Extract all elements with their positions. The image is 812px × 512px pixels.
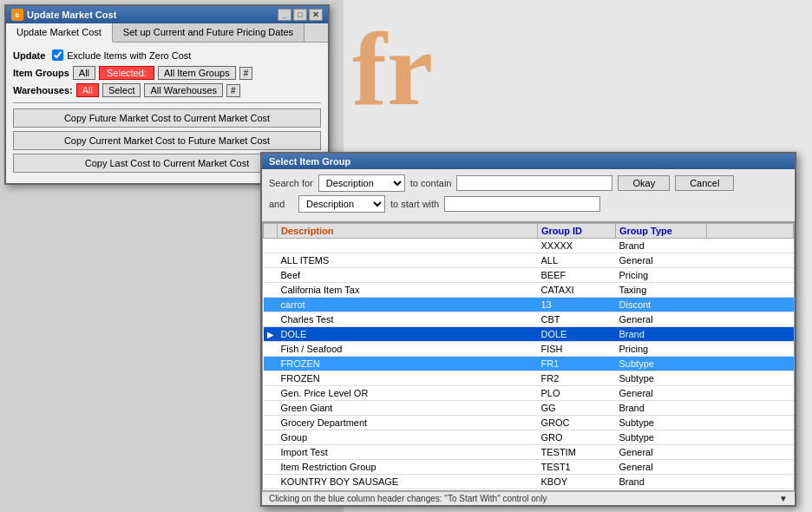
- row-group-type: Subtype: [616, 430, 707, 445]
- row-group-type: General: [616, 460, 707, 475]
- cancel-button[interactable]: Cancel: [675, 175, 734, 191]
- row-arrow: [264, 268, 278, 283]
- row-arrow: [264, 460, 278, 475]
- maximize-button[interactable]: □: [293, 9, 307, 21]
- item-groups-row: Item Groups All Selected: All Item Group…: [13, 66, 321, 80]
- table-row[interactable]: ▶DOLEDOLEBrand: [264, 327, 794, 342]
- table-row[interactable]: KOUNTRY BOY SAUSAGEKBOYBrand: [264, 475, 794, 489]
- table-row[interactable]: GroupGROSubtype: [264, 430, 794, 445]
- all-button[interactable]: All: [73, 66, 95, 80]
- scrollbar-indicator: ▼: [779, 494, 788, 503]
- col-groupid-header[interactable]: Group ID: [538, 224, 616, 239]
- row-group-id: TESTIM: [538, 445, 616, 460]
- row-group-type: Subtype: [616, 416, 707, 430]
- search-area: Search for Description to contain Okay C…: [262, 169, 795, 222]
- col-arrow-header: [264, 224, 278, 239]
- row-extra: [707, 430, 794, 445]
- table-container[interactable]: Description Group ID Group Type XXXXXBra…: [262, 222, 795, 491]
- select-item-group-window: Select Item Group Search for Description…: [260, 152, 796, 507]
- row-group-type: Discont: [616, 298, 707, 312]
- search-field-1-select[interactable]: Description: [318, 174, 405, 192]
- col-description-header[interactable]: Description: [278, 224, 538, 239]
- table-row[interactable]: LOUSIANA TAX TESTINGLOUISITaxing: [264, 489, 794, 492]
- row-arrow: [264, 342, 278, 357]
- tag-button1[interactable]: #: [239, 67, 253, 80]
- row-group-type: General: [616, 386, 707, 401]
- row-description: Group: [278, 430, 538, 445]
- row-group-id: CATAXI: [538, 283, 616, 298]
- close-button[interactable]: ✕: [309, 9, 323, 21]
- row-group-id: PLO: [538, 386, 616, 401]
- row-description: Charles Test: [278, 312, 538, 327]
- row-group-id: KBOY: [538, 475, 616, 489]
- row-extra: [707, 283, 794, 298]
- warehouses-all-button[interactable]: All: [76, 83, 99, 97]
- all-item-groups-button[interactable]: All Item Groups: [158, 66, 236, 80]
- row-group-id: TEST1: [538, 460, 616, 475]
- search-start-input[interactable]: [444, 196, 600, 212]
- table-row[interactable]: ALL ITEMSALLGeneral: [264, 253, 794, 268]
- table-row[interactable]: BeefBEEFPricing: [264, 268, 794, 283]
- tag-button2[interactable]: #: [226, 84, 240, 97]
- table-row[interactable]: Import TestTESTIMGeneral: [264, 445, 794, 460]
- table-row[interactable]: California Item TaxCATAXITaxing: [264, 283, 794, 298]
- row-group-type: Brand: [616, 327, 707, 342]
- row-group-type: Subtype: [616, 357, 707, 371]
- row-group-type: Taxing: [616, 283, 707, 298]
- row-description: KOUNTRY BOY SAUSAGE: [278, 475, 538, 489]
- window-icon: b: [11, 9, 23, 21]
- row-group-id: XXXXX: [538, 239, 616, 253]
- row-group-id: LOUISI: [538, 489, 616, 492]
- row-group-type: General: [616, 253, 707, 268]
- warehouses-select-button[interactable]: Select: [102, 83, 141, 97]
- copy-current-to-future-button[interactable]: Copy Current Market Cost to Future Marke…: [13, 131, 321, 150]
- table-row[interactable]: Fish / SeafoodFISHPricing: [264, 342, 794, 357]
- row-description: ALL ITEMS: [278, 253, 538, 268]
- row-description: Green Giant: [278, 401, 538, 416]
- update-row: Update Exclude Items with Zero Cost: [13, 49, 321, 61]
- tab-pricing-dates[interactable]: Set up Current and Future Pricing Dates: [113, 23, 304, 42]
- logo-text: fr: [352, 9, 433, 121]
- search-contain-input[interactable]: [456, 175, 612, 191]
- row-arrow: [264, 283, 278, 298]
- row-arrow: [264, 489, 278, 492]
- selected-button[interactable]: Selected:: [99, 66, 154, 80]
- warehouses-label: Warehouses:: [13, 85, 73, 95]
- to-start-with-label: to start with: [390, 199, 439, 209]
- row-description: FROZEN: [278, 357, 538, 371]
- row-description: DOLE: [278, 327, 538, 342]
- row-arrow: ▶: [264, 327, 278, 342]
- okay-button[interactable]: Okay: [618, 175, 670, 191]
- update-label: Update: [13, 50, 45, 61]
- row-arrow: [264, 475, 278, 489]
- table-row[interactable]: Item Restriction GroupTEST1General: [264, 460, 794, 475]
- table-row[interactable]: carrot13Discont: [264, 298, 794, 312]
- row-description: Import Test: [278, 445, 538, 460]
- tab-update-market-cost[interactable]: Update Market Cost: [6, 23, 113, 43]
- table-row[interactable]: XXXXXBrand: [264, 239, 794, 253]
- table-row[interactable]: Charles TestCBTGeneral: [264, 312, 794, 327]
- search-field-2-select[interactable]: Description: [298, 195, 385, 213]
- table-row[interactable]: Grocery DepartmentGROCSubtype: [264, 416, 794, 430]
- table-row[interactable]: FROZENFR2Subtype: [264, 371, 794, 386]
- minimize-button[interactable]: _: [278, 9, 291, 21]
- row-group-type: Taxing: [616, 489, 707, 492]
- window-title: Update Market Cost: [27, 10, 116, 20]
- all-warehouses-button[interactable]: All Warehouses: [144, 83, 223, 97]
- row-group-type: Pricing: [616, 268, 707, 283]
- table-row[interactable]: Gen. Price Level ORPLOGeneral: [264, 386, 794, 401]
- row-extra: [707, 342, 794, 357]
- table-row[interactable]: FROZENFR1Subtype: [264, 357, 794, 371]
- table-header-row: Description Group ID Group Type: [264, 224, 794, 239]
- row-group-type: Brand: [616, 401, 707, 416]
- row-arrow: [264, 239, 278, 253]
- col-grouptype-header[interactable]: Group Type: [616, 224, 707, 239]
- exclude-checkbox-label[interactable]: Exclude Items with Zero Cost: [52, 49, 191, 61]
- row-description: Fish / Seafood: [278, 342, 538, 357]
- exclude-checkbox[interactable]: [52, 49, 63, 61]
- search-row-2: and Description to start with: [269, 195, 788, 213]
- titlebar-controls[interactable]: _ □ ✕: [278, 9, 323, 21]
- copy-future-to-current-button[interactable]: Copy Future Market Cost to Current Marke…: [13, 108, 321, 128]
- table-row[interactable]: Green GiantGGBrand: [264, 401, 794, 416]
- search-row-1: Search for Description to contain Okay C…: [269, 174, 788, 192]
